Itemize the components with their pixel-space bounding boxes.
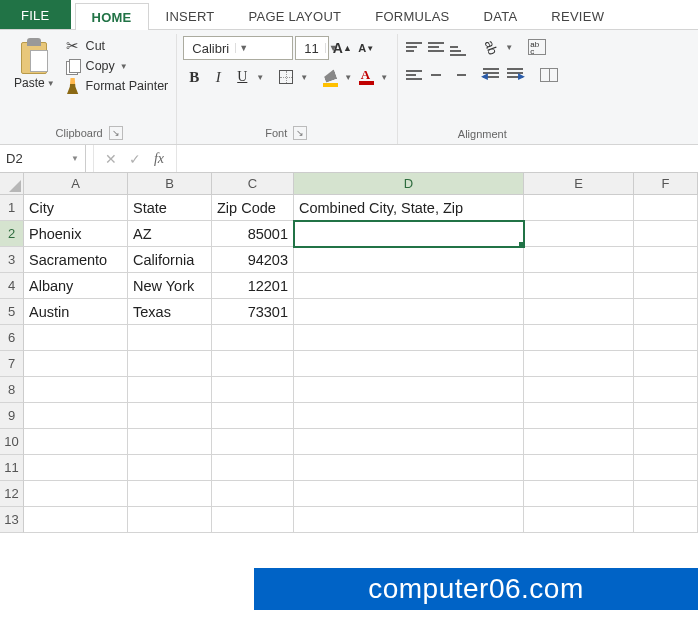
cell-E4[interactable] (524, 273, 634, 299)
cell-E8[interactable] (524, 377, 634, 403)
cell-A10[interactable] (24, 429, 128, 455)
font-name-combo[interactable]: Calibri ▼ (183, 36, 293, 60)
cell-D4[interactable] (294, 273, 524, 299)
cell-C5[interactable]: 73301 (212, 299, 294, 325)
align-left-button[interactable] (404, 66, 424, 84)
formula-input[interactable] (177, 145, 698, 172)
clipboard-dialog-launcher[interactable]: ↘ (109, 126, 123, 140)
cell-A4[interactable]: Albany (24, 273, 128, 299)
cell-F1[interactable] (634, 195, 698, 221)
font-size-combo[interactable]: 11 ▼ (295, 36, 329, 60)
cell-B4[interactable]: New York (128, 273, 212, 299)
cell-E13[interactable] (524, 507, 634, 533)
column-header[interactable]: E (524, 173, 634, 195)
cell-E3[interactable] (524, 247, 634, 273)
decrease-indent-button[interactable]: ◀ (480, 64, 502, 86)
border-dropdown[interactable]: ▼ (299, 66, 309, 88)
cell-F8[interactable] (634, 377, 698, 403)
cell-B1[interactable]: State (128, 195, 212, 221)
cell-E5[interactable] (524, 299, 634, 325)
merge-center-button[interactable] (538, 64, 560, 86)
copy-button[interactable]: Copy ▼ (65, 58, 169, 74)
column-header[interactable]: F (634, 173, 698, 195)
cell-A1[interactable]: City (24, 195, 128, 221)
cell-D8[interactable] (294, 377, 524, 403)
row-header[interactable]: 11 (0, 455, 24, 481)
cell-B7[interactable] (128, 351, 212, 377)
column-header[interactable]: B (128, 173, 212, 195)
fill-color-button[interactable] (319, 66, 341, 88)
align-right-button[interactable] (448, 66, 468, 84)
tab-insert[interactable]: INSERT (149, 2, 232, 29)
row-header[interactable]: 10 (0, 429, 24, 455)
cell-D2[interactable] (294, 221, 524, 247)
column-header[interactable]: A (24, 173, 128, 195)
cell-C4[interactable]: 12201 (212, 273, 294, 299)
orientation-button[interactable]: ab (480, 36, 502, 58)
align-center-button[interactable] (426, 66, 446, 84)
font-dialog-launcher[interactable]: ↘ (293, 126, 307, 140)
tab-review[interactable]: REVIEW (534, 2, 621, 29)
cell-A2[interactable]: Phoenix (24, 221, 128, 247)
cell-A11[interactable] (24, 455, 128, 481)
tab-page-layout[interactable]: PAGE LAYOUT (232, 2, 359, 29)
cell-A6[interactable] (24, 325, 128, 351)
align-middle-button[interactable] (426, 38, 446, 56)
cut-button[interactable]: ✂ Cut (65, 38, 169, 54)
row-header[interactable]: 9 (0, 403, 24, 429)
cell-F9[interactable] (634, 403, 698, 429)
cell-E9[interactable] (524, 403, 634, 429)
cell-F13[interactable] (634, 507, 698, 533)
cell-E11[interactable] (524, 455, 634, 481)
fill-color-dropdown[interactable]: ▼ (343, 66, 353, 88)
cell-B5[interactable]: Texas (128, 299, 212, 325)
align-top-button[interactable] (404, 38, 424, 56)
cell-F5[interactable] (634, 299, 698, 325)
enter-formula-button[interactable]: ✓ (124, 148, 146, 170)
cell-E6[interactable] (524, 325, 634, 351)
cell-C9[interactable] (212, 403, 294, 429)
font-color-button[interactable]: A (355, 66, 377, 88)
align-bottom-button[interactable] (448, 38, 468, 56)
cell-B3[interactable]: California (128, 247, 212, 273)
cell-F6[interactable] (634, 325, 698, 351)
cell-D1[interactable]: Combined City, State, Zip (294, 195, 524, 221)
tab-formulas[interactable]: FORMULAS (358, 2, 466, 29)
cancel-formula-button[interactable]: ✕ (100, 148, 122, 170)
row-header[interactable]: 12 (0, 481, 24, 507)
bold-button[interactable]: B (183, 66, 205, 88)
row-header[interactable]: 6 (0, 325, 24, 351)
column-header[interactable]: D (294, 173, 524, 195)
wrap-text-button[interactable]: abc (526, 36, 548, 58)
increase-indent-button[interactable]: ▶ (504, 64, 526, 86)
cell-F7[interactable] (634, 351, 698, 377)
cell-E1[interactable] (524, 195, 634, 221)
cell-A7[interactable] (24, 351, 128, 377)
cell-A3[interactable]: Sacramento (24, 247, 128, 273)
cell-B6[interactable] (128, 325, 212, 351)
orientation-dropdown[interactable]: ▼ (504, 36, 514, 58)
cell-B2[interactable]: AZ (128, 221, 212, 247)
italic-button[interactable]: I (207, 66, 229, 88)
cell-D13[interactable] (294, 507, 524, 533)
cell-C2[interactable]: 85001 (212, 221, 294, 247)
cell-D10[interactable] (294, 429, 524, 455)
cell-B12[interactable] (128, 481, 212, 507)
cell-E7[interactable] (524, 351, 634, 377)
cell-F2[interactable] (634, 221, 698, 247)
cell-B8[interactable] (128, 377, 212, 403)
row-header[interactable]: 7 (0, 351, 24, 377)
cell-D5[interactable] (294, 299, 524, 325)
cell-D7[interactable] (294, 351, 524, 377)
row-header[interactable]: 13 (0, 507, 24, 533)
tab-home[interactable]: HOME (75, 3, 149, 30)
cell-C3[interactable]: 94203 (212, 247, 294, 273)
tab-file[interactable]: FILE (0, 0, 71, 29)
tab-data[interactable]: DATA (467, 2, 535, 29)
cell-C6[interactable] (212, 325, 294, 351)
cell-B9[interactable] (128, 403, 212, 429)
underline-dropdown[interactable]: ▼ (255, 66, 265, 88)
cell-F12[interactable] (634, 481, 698, 507)
cell-C7[interactable] (212, 351, 294, 377)
row-header[interactable]: 4 (0, 273, 24, 299)
